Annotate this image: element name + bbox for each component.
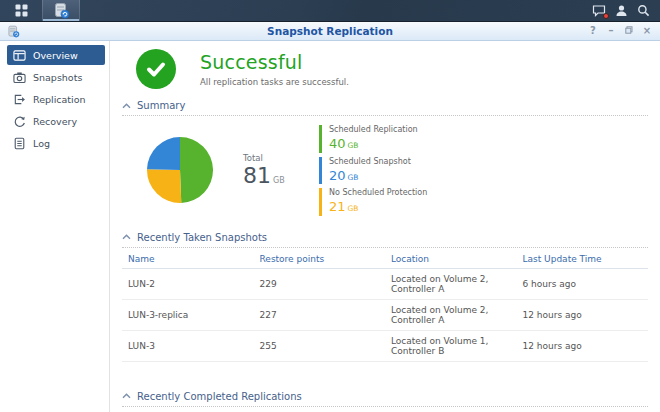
window-controls: ? – × [588,26,660,36]
person-icon [615,4,628,17]
total-block: Total 81GB [243,153,305,187]
search-button[interactable] [637,4,650,17]
legend-item-no-scheduled-protection: No Scheduled Protection 21GB [319,188,427,216]
table-header-row: Name Restore points Location Last Update… [122,250,648,269]
legend-label: No Scheduled Protection [329,188,427,197]
success-check-icon [136,49,176,89]
legend-unit: GB [348,173,359,182]
table-row[interactable]: LUN-3-replica 227 Located on Volume 2, C… [122,299,648,330]
table-row[interactable]: LUN-3 255 Located on Volume 1, Controlle… [122,330,648,361]
window-body: Overview Snapshots Replication [0,41,660,412]
table-cell: 229 [254,268,386,299]
magnifier-icon [637,4,650,17]
sidebar-item-overview[interactable]: Overview [7,45,105,65]
table-row[interactable]: LUN-2 229 Located on Volume 2, Controlle… [122,268,648,299]
window-titlebar[interactable]: Snapshot Replication ? – × [0,22,660,41]
table-cell: LUN-3-replica [122,299,254,330]
sidebar-item-label: Log [33,138,50,149]
overview-content: Successful All replication tasks are suc… [110,41,660,412]
collapse-caret-icon [122,393,131,399]
legend-unit: GB [348,141,359,150]
table-cell: 255 [254,330,386,361]
sidebar-item-snapshots[interactable]: Snapshots [7,67,105,87]
summary-section-header[interactable]: Summary [122,97,648,116]
legend-value: 40 [329,136,346,151]
usage-pie-chart [147,137,213,203]
taskbar-tray [592,0,660,21]
replication-icon [13,93,26,106]
summary-body: Total 81GB Scheduled Replication 40GB Sc… [122,116,648,223]
snapshot-replication-window: Snapshot Replication ? – × [0,22,660,412]
total-unit: GB [273,176,285,185]
table-cell: 6 hours ago [517,268,649,299]
legend-item-scheduled-replication: Scheduled Replication 40GB [319,125,427,153]
status-text: Successful All replication tasks are suc… [200,51,349,87]
legend-value: 21 [329,199,346,214]
table-cell: Located on Volume 2, Controller A [385,268,517,299]
sidebar-item-label: Replication [33,94,86,105]
overview-icon [13,49,26,62]
column-header[interactable]: Name [122,250,254,269]
notification-unread-dot [603,13,609,19]
log-icon [13,137,26,150]
recovery-icon [13,115,26,128]
total-value: 81 [243,163,271,188]
column-header[interactable]: Location [385,250,517,269]
notifications-button[interactable] [592,4,606,17]
close-button[interactable]: × [642,26,652,36]
sidebar-item-label: Snapshots [33,72,82,83]
snapshots-section-header[interactable]: Recently Taken Snapshots [122,229,648,248]
main-menu-button[interactable] [0,0,42,21]
section-title: Recently Taken Snapshots [137,232,267,243]
table-cell: LUN-2 [122,268,254,299]
replications-section-header[interactable]: Recently Completed Replications [122,388,648,407]
status-message: All replication tasks are successful. [200,77,349,87]
taskbar [0,0,660,22]
collapse-caret-icon [122,103,131,109]
status-hero: Successful All replication tasks are suc… [136,49,648,89]
minimize-button[interactable]: – [606,26,616,36]
pie-legend: Scheduled Replication 40GB Scheduled Sna… [319,125,427,216]
sidebar-item-log[interactable]: Log [7,133,105,153]
total-label: Total [243,153,305,163]
legend-unit: GB [348,204,359,213]
column-header[interactable]: Restore points [254,250,386,269]
table-cell: 12 hours ago [517,299,649,330]
column-header[interactable]: Last Update Time [517,250,649,269]
sidebar: Overview Snapshots Replication [0,41,110,412]
section-title: Summary [137,100,185,111]
window-title: Snapshot Replication [0,25,660,37]
main-menu-grid-icon [15,4,28,17]
help-button[interactable]: ? [588,26,598,36]
table-cell: Located on Volume 1, Controller B [385,330,517,361]
sidebar-item-recovery[interactable]: Recovery [7,111,105,131]
table-cell: LUN-3 [122,330,254,361]
table-cell: 12 hours ago [517,330,649,361]
table-cell: 227 [254,299,386,330]
window-app-icon [7,25,20,38]
sidebar-item-replication[interactable]: Replication [7,89,105,109]
collapse-caret-icon [122,234,131,240]
legend-label: Scheduled Replication [329,125,427,134]
user-menu-button[interactable] [615,4,628,17]
section-title: Recently Completed Replications [137,391,302,402]
sidebar-item-label: Recovery [33,116,77,127]
sidebar-item-label: Overview [33,50,78,61]
table-cell: Located on Volume 2, Controller A [385,299,517,330]
taskbar-app-snapshot-replication[interactable] [42,0,80,21]
legend-label: Scheduled Snapshot [329,157,427,166]
status-title: Successful [200,51,349,73]
legend-item-scheduled-snapshot: Scheduled Snapshot 20GB [319,157,427,185]
maximize-button[interactable] [624,26,634,36]
snapshots-table: Name Restore points Location Last Update… [122,250,648,362]
snapshot-replication-app-icon [53,2,70,19]
camera-icon [13,71,26,84]
dsm-desktop: Snapshot Replication ? – × [0,0,660,412]
legend-value: 20 [329,168,346,183]
